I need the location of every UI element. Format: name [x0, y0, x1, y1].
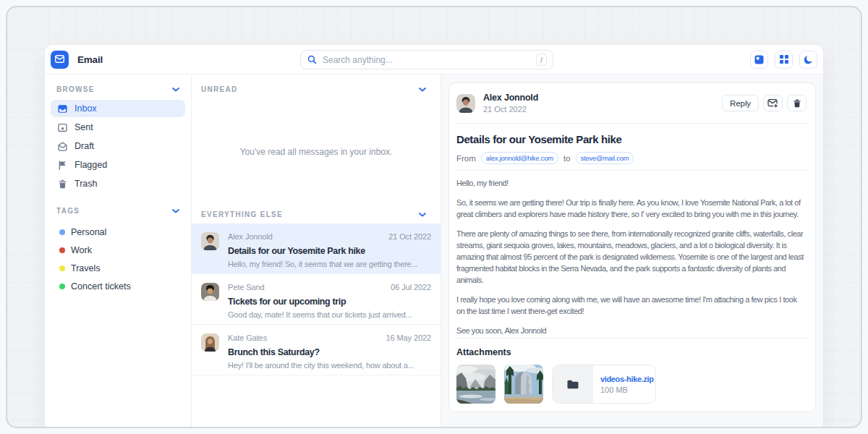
email-preview: Hello, my friend! So, it seems that we a…	[228, 260, 431, 269]
trash-icon	[792, 98, 802, 109]
attachments-label: Attachments	[456, 347, 807, 357]
page-frame: Email / BROWSE In	[6, 6, 862, 428]
detail-header: Alex Jonnold 21 Oct 2022 Reply	[456, 93, 807, 114]
email-date: 21 Oct 2022	[388, 232, 431, 242]
apps-grid-button[interactable]	[775, 51, 793, 69]
app-header: Email /	[45, 45, 823, 75]
tag-dot	[59, 229, 65, 235]
email-list-item[interactable]: Kate Gates16 May 2022 Brunch this Saturd…	[192, 325, 441, 375]
detail-date: 21 Oct 2022	[483, 105, 538, 114]
email-list-item[interactable]: Alex Jonnold21 Oct 2022 Details for our …	[192, 224, 441, 274]
unread-label: UNREAD	[201, 85, 238, 94]
from-to-row: From alex.jonnold@hike.com to steve@mail…	[456, 152, 807, 164]
sidebar-item-inbox[interactable]: Inbox	[51, 100, 185, 117]
detail-sender-name: Alex Jonnold	[483, 93, 538, 103]
folder-nav: Inbox Sent Draft Flagged	[45, 98, 191, 192]
header-actions	[750, 51, 817, 69]
search-bar: /	[300, 50, 553, 69]
app-logo	[51, 51, 69, 69]
email-list-item[interactable]: Pete Sand06 Jul 2022 Tickets for our upc…	[192, 274, 441, 325]
everything-else-section-header: EVERYTHING ELSE	[192, 205, 441, 224]
email-list-column: UNREAD You've read all messages in your …	[192, 75, 441, 427]
email-preview: Hey! I'll be around the city this weeken…	[228, 361, 431, 370]
attachment-file-name[interactable]: videos-hike.zip	[600, 375, 655, 383]
delete-button[interactable]	[787, 95, 807, 111]
to-email-chip[interactable]: steve@mail.com	[576, 152, 634, 164]
moon-icon	[804, 55, 813, 64]
email-date: 06 Jul 2022	[391, 283, 431, 292]
avatar	[201, 283, 219, 301]
avatar	[201, 232, 219, 250]
email-sender: Alex Jonnold	[228, 232, 273, 242]
chevron-down-icon[interactable]	[172, 85, 179, 94]
search-shortcut-key: /	[536, 54, 547, 66]
sidebar-item-label: Draft	[75, 141, 94, 151]
avatar	[456, 94, 475, 113]
email-detail-column: Alex Jonnold 21 Oct 2022 Reply Details f…	[441, 75, 823, 427]
tag-item-personal[interactable]: Personal	[51, 223, 185, 241]
divider	[456, 338, 807, 339]
chevron-down-icon[interactable]	[419, 85, 426, 94]
chevron-down-icon[interactable]	[172, 207, 179, 216]
body-paragraph: See you soon, Alex Jonnold	[456, 325, 807, 336]
sidebar-item-flagged[interactable]: Flagged	[51, 156, 185, 174]
from-email-chip[interactable]: alex.jonnold@hike.com	[481, 152, 558, 164]
tag-label: Travels	[71, 263, 101, 273]
email-subject: Brunch this Saturday?	[228, 347, 431, 358]
flag-icon	[57, 160, 68, 171]
reading-pane-button[interactable]	[750, 51, 768, 69]
envelope-icon	[55, 53, 64, 66]
browse-section-header: BROWSE	[45, 75, 191, 98]
detail-actions: Reply	[722, 95, 807, 111]
unread-section-header: UNREAD	[192, 75, 441, 98]
body-paragraph: So, it seems we are getting there! Our t…	[456, 197, 807, 220]
tag-label: Concert tickets	[71, 281, 131, 292]
draft-icon	[57, 141, 68, 152]
inbox-icon	[57, 103, 68, 114]
tags-label: TAGS	[56, 207, 80, 216]
grid-icon	[780, 55, 788, 64]
tag-dot	[59, 265, 65, 271]
tag-item-work[interactable]: Work	[51, 241, 185, 259]
attachment-photo-1[interactable]	[456, 365, 495, 404]
email-app: Email / BROWSE In	[45, 45, 823, 427]
tag-item-concert-tickets[interactable]: Concert tickets	[51, 277, 185, 295]
sidebar-item-draft[interactable]: Draft	[51, 137, 185, 155]
everything-else-label: EVERYTHING ELSE	[201, 210, 283, 219]
detail-subject: Details for our Yosemite Park hike	[456, 133, 807, 145]
attachment-file-size: 100 MB	[600, 386, 655, 394]
from-label: From	[456, 154, 476, 163]
search-input[interactable]	[323, 55, 530, 65]
to-label: to	[563, 154, 571, 163]
body-paragraph: Hello, my friend!	[456, 177, 807, 189]
sidebar: BROWSE Inbox Sent Draft	[45, 75, 192, 427]
tag-dot	[59, 284, 65, 289]
divider	[456, 170, 807, 171]
body-paragraph: There are plenty of amazing things to se…	[456, 228, 807, 286]
tags-section-header: TAGS	[45, 194, 191, 220]
email-body: Hello, my friend! So, it seems we are ge…	[456, 177, 807, 336]
tag-label: Personal	[71, 227, 106, 237]
sidebar-item-trash[interactable]: Trash	[51, 175, 185, 192]
attachment-file-card[interactable]: videos-hike.zip 100 MB	[552, 365, 656, 404]
folder-icon	[566, 379, 579, 390]
sidebar-item-label: Inbox	[75, 103, 97, 114]
sidebar-item-sent[interactable]: Sent	[51, 119, 185, 136]
app-title: Email	[77, 54, 103, 65]
chevron-down-icon[interactable]	[419, 210, 426, 219]
trash-icon	[57, 179, 68, 190]
sidebar-item-label: Trash	[75, 179, 98, 189]
tags-nav: Personal Work Travels Concert tickets	[45, 220, 191, 295]
dark-mode-button[interactable]	[799, 51, 817, 69]
body-paragraph: I really hope you love coming along with…	[456, 294, 807, 317]
sidebar-item-label: Sent	[75, 122, 93, 132]
browse-label: BROWSE	[56, 85, 95, 94]
tag-label: Work	[71, 245, 92, 255]
attachment-photo-2[interactable]	[504, 365, 543, 404]
reply-button[interactable]: Reply	[722, 95, 759, 111]
email-preview: Good day, mate! It seems that our ticket…	[228, 310, 431, 320]
tag-item-travels[interactable]: Travels	[51, 259, 185, 277]
email-date: 16 May 2022	[386, 333, 432, 343]
sidebar-item-label: Flagged	[75, 160, 107, 170]
forward-mail-button[interactable]	[763, 95, 783, 111]
